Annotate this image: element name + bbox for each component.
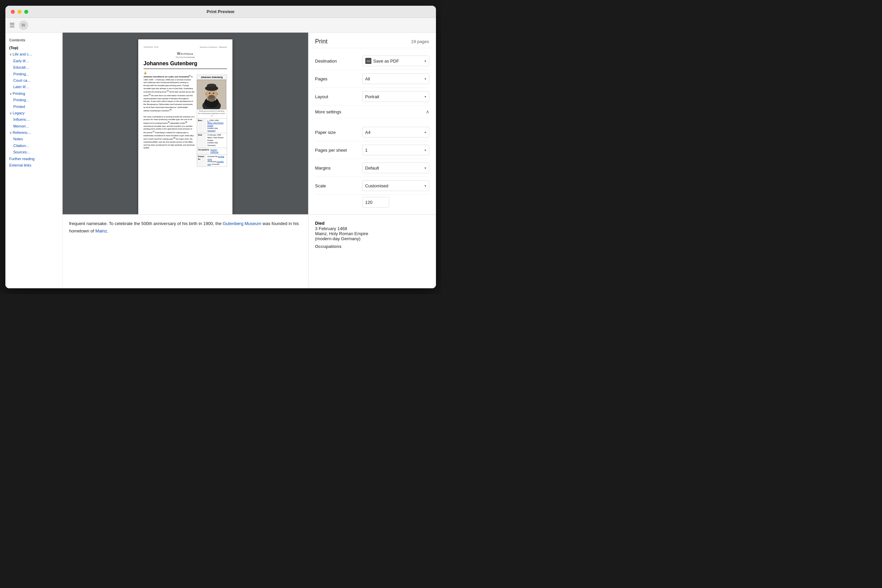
paper-size-select-text: A4 <box>365 130 371 135</box>
mainz-link[interactable]: Mainz <box>96 228 107 234</box>
print-panel-header: Print 19 pages <box>309 33 436 48</box>
traffic-lights <box>11 10 28 14</box>
toc-item-top[interactable]: (Top) <box>9 45 58 51</box>
pdf-icon: PDF <box>365 58 371 64</box>
margins-chevron: ▾ <box>424 166 426 170</box>
lock-icon: 🔒 <box>144 71 227 75</box>
paper-size-chevron: ▾ <box>424 130 426 134</box>
portrait-image <box>197 80 226 110</box>
article-infobox: Johannes Gutenberg <box>197 75 227 167</box>
article-text: Johannes Gensfleisch zur Laden zum Guten… <box>144 75 195 167</box>
toc-item-later[interactable]: Later lif… <box>9 84 58 90</box>
destination-select-text: Save as PDF <box>374 58 399 64</box>
destination-row: Destination PDF <box>315 52 429 70</box>
svg-point-15 <box>205 93 207 95</box>
toc-item-printed[interactable]: Printed <box>9 104 58 110</box>
toc-item-external-links[interactable]: External links <box>9 162 58 168</box>
toc-item-influence[interactable]: Influenc… <box>9 116 58 123</box>
layout-chevron: ▾ <box>424 95 426 99</box>
wiki-logo: Wikipedia The Free Encyclopedia <box>144 51 227 59</box>
print-settings: Destination PDF <box>309 48 436 214</box>
infobox-died-value: 3 February 1468 Mainz, Holy Roman Empire… <box>207 133 227 147</box>
browser-toolbar: ☰ W <box>5 18 436 33</box>
destination-chevron: ▾ <box>424 59 426 63</box>
toc-item-references[interactable]: ∨ Referenc… <box>9 129 58 136</box>
paper-size-label: Paper size <box>315 130 362 135</box>
browser-area: ☰ W Contents (Top) ∨ Life and c… Early l… <box>5 18 436 288</box>
margins-select-text: Default <box>365 165 379 171</box>
scale-number-input[interactable] <box>362 197 389 207</box>
scale-select[interactable]: Customised ▾ <box>362 180 429 191</box>
infobox-known-row: Known for Invented the printing press In… <box>197 155 227 167</box>
toc-item-court[interactable]: Court ca… <box>9 77 58 84</box>
scale-select-text: Customised <box>365 183 388 188</box>
minimize-button[interactable] <box>18 10 21 14</box>
pages-per-sheet-text: 1 <box>365 148 368 153</box>
scale-chevron: ▾ <box>424 184 426 188</box>
toc-item-memori[interactable]: Memori… <box>9 123 58 129</box>
pages-label: Pages <box>315 76 362 81</box>
maximize-button[interactable] <box>24 10 28 14</box>
svg-text:PDF: PDF <box>367 60 370 62</box>
more-settings-label: More settings <box>315 110 341 114</box>
browser-favicon: W <box>19 21 28 30</box>
article-body-preview: Johannes Gensfleisch zur Laden zum Guten… <box>144 75 227 167</box>
destination-value: PDF Save as PDF <box>365 58 399 64</box>
toc-item-printing-sub[interactable]: Printing… <box>9 71 58 77</box>
died-label: Died <box>315 220 325 226</box>
destination-select[interactable]: PDF Save as PDF ▾ <box>362 56 429 66</box>
destination-label: Destination <box>315 58 362 64</box>
infobox-known-label: Known for <box>197 155 207 166</box>
wiki-bg-text: frequent namesake. To celebrate the 500t… <box>69 220 302 235</box>
wiki-right-died: Died 3 February 1468 Mainz, Holy Roman E… <box>315 220 429 241</box>
wiki-right-bottom: Died 3 February 1468 Mainz, Holy Roman E… <box>308 214 436 288</box>
svg-point-12 <box>213 93 214 94</box>
pages-per-sheet-row: Pages per sheet 1 ▾ <box>315 141 429 159</box>
toc-item-early[interactable]: Early lif… <box>9 58 58 64</box>
toc-item-sources[interactable]: Sources… <box>9 149 58 155</box>
toc-item-citations[interactable]: Citation… <box>9 142 58 149</box>
toc-item-education[interactable]: Educati… <box>9 64 58 70</box>
margins-select[interactable]: Default ▾ <box>362 162 429 173</box>
pages-select[interactable]: All ▾ <box>362 74 429 84</box>
infobox-occupations-label: Occupations <box>197 148 210 154</box>
margins-label: Margins <box>315 165 362 171</box>
article-title-preview: Johannes Gutenberg <box>144 60 227 69</box>
paper-size-select[interactable]: A4 ▾ <box>362 127 429 138</box>
toc-item-legacy[interactable]: ∨ Legacy <box>9 110 58 116</box>
window-title: Print Preview <box>207 9 234 14</box>
print-pages-count: 19 pages <box>411 39 429 44</box>
titlebar: Print Preview <box>5 6 436 18</box>
bottom-area: frequent namesake. To celebrate the 500t… <box>63 214 436 288</box>
page-preview: 15/09/2023, 18:56 Johannes Gutenberg – W… <box>138 39 232 214</box>
pages-row: Pages All ▾ <box>315 70 429 88</box>
occupations-label-bg: Occupations <box>315 244 429 249</box>
infobox-born-row: Born c. 1393–1406 Mainz, Holy Roman Empi… <box>197 119 227 133</box>
menu-icon[interactable]: ☰ <box>9 21 15 29</box>
toc-item-printing2[interactable]: Printing… <box>9 97 58 103</box>
layout-select[interactable]: Portrait ▾ <box>362 91 429 102</box>
paper-size-row: Paper size A4 ▾ <box>315 123 429 141</box>
scale-control: Customised ▾ <box>362 180 429 191</box>
print-preview-area: 15/09/2023, 18:56 Johannes Gutenberg – W… <box>63 33 308 214</box>
toc-item-notes[interactable]: Notes <box>9 136 58 142</box>
pages-per-sheet-select[interactable]: 1 ▾ <box>362 145 429 155</box>
died-value: 3 February 1468 Mainz, Holy Roman Empire… <box>315 226 429 241</box>
layout-control: Portrait ▾ <box>362 91 429 102</box>
main-content: ☰ W Contents (Top) ∨ Life and c… Early l… <box>5 18 436 288</box>
scale-row: Scale Customised ▾ <box>315 177 429 195</box>
more-settings-row[interactable]: More settings ∧ <box>315 106 429 118</box>
margins-control: Default ▾ <box>362 162 429 173</box>
wiki-sidebar: Contents (Top) ∨ Life and c… Early lif… … <box>5 33 63 288</box>
toc-item-printing[interactable]: ∨ Printing <box>9 90 58 97</box>
infobox-occupations-value: Inventor · craftsman <box>209 148 226 154</box>
browser-body: Contents (Top) ∨ Life and c… Early lif… … <box>5 33 436 288</box>
scale-label: Scale <box>315 183 362 188</box>
close-button[interactable] <box>11 10 15 14</box>
infobox-born-label: Born <box>197 119 207 133</box>
gutenberg-museum-link[interactable]: Gutenberg Museum <box>223 221 261 226</box>
toc-item-life[interactable]: ∨ Life and c… <box>9 51 58 57</box>
infobox-died-label: Died <box>197 133 207 147</box>
infobox-born-value: c. 1393–1406 Mainz, Holy Roman Empire (m… <box>207 119 227 133</box>
toc-item-further-reading[interactable]: Further reading <box>9 156 58 162</box>
